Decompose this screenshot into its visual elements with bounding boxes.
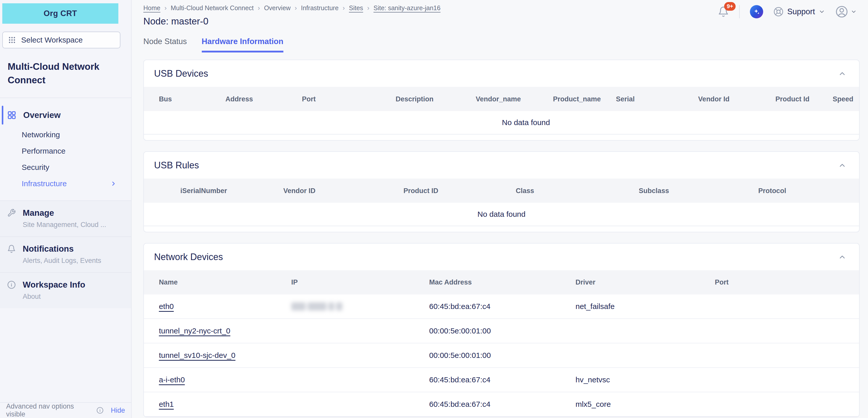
select-workspace-button[interactable]: Select Workspace	[2, 32, 120, 48]
breadcrumb-separator: ›	[343, 4, 345, 12]
card-title: USB Rules	[154, 160, 199, 171]
sidebar-item-label: Overview	[23, 110, 61, 120]
column-header: Vendor ID	[283, 187, 315, 195]
advanced-nav-text: Advanced nav options visible	[6, 403, 93, 418]
column-header: Port	[715, 278, 859, 286]
sidebar-item-subtitle: About	[23, 293, 131, 301]
table-header-row: iSerialNumber Vendor ID Product ID Class…	[144, 179, 859, 203]
breadcrumb-mcn-connect[interactable]: Multi-Cloud Network Connect	[170, 4, 253, 12]
sidebar-item-networking[interactable]: Networking	[0, 127, 131, 143]
column-header: Port	[302, 95, 316, 103]
column-header: Product ID	[404, 187, 438, 195]
empty-state-text: No data found	[502, 118, 550, 127]
table-row: tunnel_ny2-nyc-crt_0 00:00:5e:00:01:00	[144, 319, 859, 343]
dashboard-icon	[7, 110, 16, 120]
workspace-title: Multi-Cloud Network Connect	[0, 48, 131, 98]
tab-node-status[interactable]: Node Status	[143, 37, 187, 53]
breadcrumb-infrastructure[interactable]: Infrastructure	[301, 4, 339, 12]
lifebuoy-icon	[773, 7, 783, 17]
collapse-chevron-icon[interactable]	[838, 70, 846, 78]
sidebar-item-overview[interactable]: Overview	[0, 104, 131, 127]
sidebar-item-label: Workspace Info	[23, 280, 85, 290]
column-header: Product Id	[775, 95, 810, 103]
grid-dots-icon	[8, 36, 16, 44]
sidebar-item-label: Security	[22, 163, 49, 172]
sidebar-item-notifications[interactable]: Notifications Alerts, Audit Logs, Events	[0, 236, 131, 272]
mac-address-cell: 60:45:bd:ea:67:c4	[429, 302, 576, 311]
device-link-tunnel-sv10[interactable]: tunnel_sv10-sjc-dev_0	[159, 351, 236, 360]
empty-state: No data found	[144, 203, 859, 226]
card-footer	[144, 135, 859, 140]
notifications-bell-button[interactable]: 9+	[718, 6, 729, 17]
tab-hardware-information[interactable]: Hardware Information	[202, 37, 283, 53]
ai-assistant-button[interactable]	[750, 5, 763, 18]
sidebar-item-performance[interactable]: Performance	[0, 143, 131, 159]
collapse-chevron-icon[interactable]	[838, 161, 846, 169]
column-header: Mac Address	[429, 278, 576, 286]
column-header: Vendor_name	[476, 95, 521, 103]
usb-devices-card: USB Devices Bus Address Port Description…	[143, 60, 860, 141]
redacted-ip-value	[291, 302, 429, 311]
column-header: Protocol	[758, 187, 786, 195]
sidebar-nav: Overview Networking Performance Security…	[0, 98, 131, 201]
device-link-eth1[interactable]: eth1	[159, 400, 174, 409]
account-menu[interactable]	[835, 5, 857, 18]
table-header-row: Name IP Mac Address Driver Port	[144, 270, 859, 294]
sidebar-item-workspace-info[interactable]: Workspace Info About	[0, 272, 131, 308]
breadcrumb-separator: ›	[367, 4, 370, 12]
sidebar-item-label: Notifications	[23, 244, 74, 254]
column-header: Bus	[159, 95, 172, 103]
driver-cell: hv_netvsc	[576, 376, 715, 384]
bell-icon	[7, 245, 16, 253]
info-icon	[7, 280, 16, 289]
breadcrumb-home[interactable]: Home	[143, 4, 160, 12]
card-title: USB Devices	[154, 68, 208, 79]
sidebar-item-label: Performance	[22, 147, 66, 155]
column-header: iSerialNumber	[180, 187, 227, 195]
column-header: Vendor Id	[698, 95, 730, 103]
content-area: USB Devices Bus Address Port Description…	[132, 53, 868, 418]
wrench-icon	[7, 209, 16, 217]
support-label: Support	[787, 7, 815, 16]
empty-state: No data found	[144, 111, 859, 135]
table-header-row: Bus Address Port Description Vendor_name…	[144, 87, 859, 111]
notification-count-badge: 9+	[724, 2, 736, 11]
active-indicator	[2, 106, 3, 125]
breadcrumb-overview[interactable]: Overview	[264, 4, 290, 12]
column-header: Description	[396, 95, 434, 103]
tab-bar: Node Status Hardware Information	[132, 27, 868, 53]
chevron-right-icon	[110, 180, 117, 187]
column-header: Name	[159, 278, 291, 286]
support-menu[interactable]: Support	[773, 7, 825, 17]
breadcrumb-separator: ›	[164, 4, 167, 12]
info-circle-icon	[96, 407, 103, 414]
avatar-icon	[835, 5, 848, 18]
table-row: a-i-eth0 60:45:bd:ea:67:c4 hv_netvsc	[144, 368, 859, 392]
empty-state-text: No data found	[477, 210, 525, 218]
table-row: tunnel_sv10-sjc-dev_0 00:00:5e:00:01:00	[144, 343, 859, 368]
sidebar: Org CRT Select Workspace Multi-Cloud Net…	[0, 0, 132, 418]
device-link-a-i-eth0[interactable]: a-i-eth0	[159, 376, 185, 384]
breadcrumb-site-name[interactable]: Site: sanity-azure-jan16	[373, 4, 440, 12]
device-link-eth0[interactable]: eth0	[159, 302, 174, 311]
column-header: Serial	[616, 95, 635, 103]
breadcrumb-sites[interactable]: Sites	[349, 4, 363, 12]
sidebar-item-security[interactable]: Security	[0, 159, 131, 175]
sidebar-item-manage[interactable]: Manage Site Management, Cloud ...	[0, 201, 131, 236]
device-link-tunnel-ny2[interactable]: tunnel_ny2-nyc-crt_0	[159, 326, 230, 335]
sidebar-item-subtitle: Site Management, Cloud ...	[23, 221, 131, 229]
driver-cell: mlx5_core	[576, 400, 715, 409]
column-header: Address	[225, 95, 253, 103]
card-title: Network Devices	[154, 252, 223, 263]
app-root: Org CRT Select Workspace Multi-Cloud Net…	[0, 0, 868, 418]
column-header: Product_name	[553, 95, 601, 103]
column-header: IP	[291, 278, 429, 286]
sidebar-item-label: Infrastructure	[22, 179, 67, 188]
sidebar-item-label: Manage	[23, 208, 54, 218]
sidebar-item-infrastructure[interactable]: Infrastructure	[0, 175, 131, 192]
mac-address-cell: 00:00:5e:00:01:00	[429, 351, 576, 360]
divider	[739, 5, 740, 18]
driver-cell: net_failsafe	[576, 302, 715, 311]
collapse-chevron-icon[interactable]	[838, 253, 846, 261]
hide-nav-link[interactable]: Hide	[111, 407, 125, 414]
